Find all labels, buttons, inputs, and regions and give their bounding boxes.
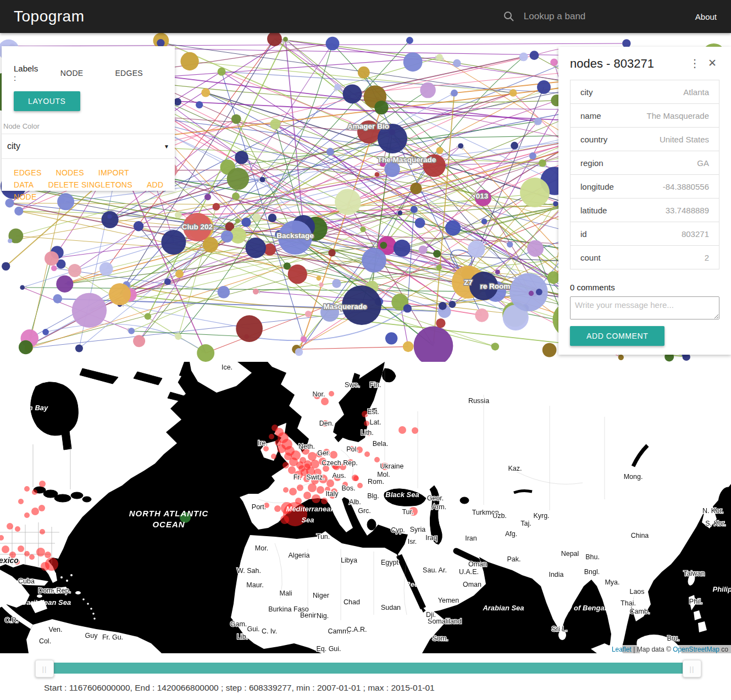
graph-node[interactable] [358,67,370,79]
graph-node[interactable] [397,211,402,216]
map-venue-dot[interactable] [412,427,418,434]
graph-node[interactable] [319,283,323,287]
map-venue-dot[interactable] [38,505,45,511]
map-venue-dot[interactable] [330,451,337,459]
graph-node[interactable] [458,143,463,148]
map-venue-dot[interactable] [24,512,30,518]
graph-node[interactable] [53,294,62,304]
graph-node[interactable] [134,221,143,231]
graph-node[interactable] [326,37,340,51]
graph-node[interactable] [534,118,542,125]
graph-node[interactable] [406,37,413,44]
map-venue-dot[interactable] [304,460,312,468]
graph-node[interactable] [410,183,422,194]
close-icon[interactable]: ✕ [708,57,722,69]
graph-node[interactable] [451,90,458,97]
graph-node[interactable] [283,37,288,42]
map-venue-dot[interactable] [374,457,380,462]
graph-node[interactable] [529,152,536,159]
graph-node[interactable] [491,343,499,350]
comment-input[interactable] [570,296,719,319]
map-venue-dot[interactable] [289,488,297,495]
action-link-nodes[interactable]: NODES [56,168,84,177]
map-venue-dot[interactable] [24,551,30,556]
map-venue-dot[interactable] [269,434,274,439]
osm-link[interactable]: OpenStreetMap [673,646,719,653]
map-venue-dot[interactable] [45,552,51,558]
graph-node[interactable] [468,240,485,257]
graph-node[interactable] [539,159,546,167]
graph-node[interactable] [180,52,198,70]
map-venue-dot[interactable] [15,526,20,532]
graph-node[interactable] [419,246,428,255]
map-venue-dot[interactable] [31,508,39,515]
map-venue-dot[interactable] [308,452,317,461]
graph-node[interactable] [295,348,303,356]
graph-node[interactable] [530,51,539,60]
graph-node[interactable] [45,251,59,266]
map-venue-dot[interactable] [357,483,363,488]
map-venue-dot[interactable] [24,486,30,492]
graph-node[interactable] [375,172,380,177]
graph-node[interactable] [436,147,444,154]
graph-node[interactable] [235,151,248,164]
graph-node[interactable] [260,177,265,183]
graph-node[interactable] [529,291,534,296]
graph-node[interactable] [436,54,443,60]
kebab-menu-icon[interactable]: ⋮ [682,57,708,70]
graph-node[interactable] [75,344,83,352]
graph-node[interactable] [403,52,423,71]
graph-node[interactable] [403,304,412,312]
graph-node[interactable] [411,206,418,213]
graph-node[interactable] [231,114,241,124]
graph-node[interactable] [542,343,557,357]
graph-node[interactable] [164,278,171,285]
graph-node[interactable] [328,249,335,256]
graph-node[interactable] [305,311,312,317]
graph-node[interactable] [68,264,81,277]
graph-node[interactable] [394,240,411,257]
map-venue-dot[interactable] [321,398,329,405]
graph-node[interactable] [520,178,550,207]
map-venue-dot[interactable] [29,554,35,560]
node-color-select[interactable]: city ▼ [2,134,175,159]
graph-node[interactable] [550,58,557,65]
graph-node[interactable] [175,212,182,219]
graph-node[interactable] [288,264,307,284]
graph-node[interactable] [128,328,135,334]
action-link-edges[interactable]: EDGES [14,168,42,177]
graph-node[interactable] [553,201,558,207]
graph-node[interactable] [197,344,214,362]
map-venue-dot[interactable] [297,484,303,491]
graph-node[interactable] [51,266,57,272]
graph-node[interactable] [267,33,282,46]
map-venue-dot[interactable] [41,562,49,571]
map-venue-dot[interactable] [2,545,9,553]
graph-node[interactable] [445,221,461,236]
graph-node[interactable] [133,335,145,347]
map-venue-dot[interactable] [283,462,289,468]
graph-node[interactable] [253,289,259,295]
map-venue-dot[interactable] [312,494,320,503]
graph-node[interactable] [174,98,181,106]
map-venue-dot[interactable] [288,466,296,474]
graph-node[interactable] [8,239,12,243]
graph-node[interactable] [414,326,453,362]
graph-node[interactable] [232,192,240,200]
graph-node[interactable] [227,168,249,190]
graph-node[interactable] [332,279,341,288]
graph-node[interactable] [270,119,280,129]
graph-node[interactable] [537,80,551,94]
graph-node[interactable] [241,218,251,227]
graph-node[interactable] [107,214,112,219]
graph-node[interactable] [475,308,489,322]
map-venue-dot[interactable] [317,486,324,494]
node-labels-toggle[interactable]: NODE [60,69,84,78]
graph-node[interactable] [433,250,441,258]
leaflet-link[interactable]: Leaflet [612,646,632,653]
graph-node[interactable] [5,199,14,207]
map-venue-dot[interactable] [329,391,334,396]
graph-node[interactable] [109,283,131,305]
graph-node[interactable] [510,89,517,97]
map-venue-dot[interactable] [36,548,45,556]
